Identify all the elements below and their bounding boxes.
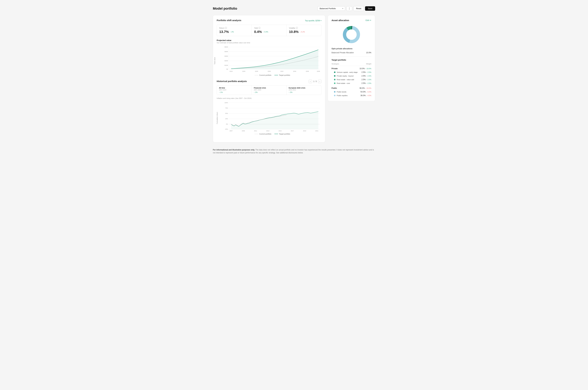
quartile-label: Top quartile, $25M [305, 20, 320, 22]
page-title: Model portfolio [213, 6, 237, 10]
save-button[interactable]: Save [365, 6, 375, 11]
inflation-current-legend: Current portfolio [255, 133, 271, 135]
vc-row: Venture capital - early stage 2.5% ↑ 2.5… [331, 70, 371, 74]
next-page-button[interactable]: › [318, 80, 321, 83]
target-portfolio-label: Target portfolio [279, 74, 290, 76]
projected-value-chart: Total value $50M $40M $30M [217, 46, 321, 76]
yield-info-icon[interactable]: i [259, 27, 261, 29]
page-header: Model portfolio Balanced Portfolio ▾ ⋮ R… [213, 6, 375, 11]
inflation-current-label: Current portfolio [259, 133, 271, 135]
target-portfolio-title: Target portfolio [331, 59, 371, 61]
asset-allocation-card: Asset allocation Edit ✏ [328, 15, 375, 101]
divider [331, 56, 371, 57]
svg-text:2034: 2034 [293, 71, 296, 72]
svg-text:2019: 2019 [303, 130, 306, 132]
current-portfolio-label: Current portfolio [259, 74, 271, 76]
svg-text:2009: 2009 [242, 130, 245, 132]
edit-label: Edit [366, 19, 369, 21]
return-metric: Return i 13.7% 2% [217, 25, 252, 36]
svg-text:2032: 2032 [280, 71, 283, 72]
quartile-badge[interactable]: Top quartile, $25M ▾ [305, 20, 321, 22]
svg-text:2021: 2021 [315, 130, 318, 132]
svg-text:2026: 2026 [242, 71, 245, 72]
projected-value-section: Projected value Our estimate of total po… [217, 39, 321, 76]
strategies-col-header: Strategies [331, 63, 339, 65]
quartile-chevron-icon: ▾ [321, 20, 321, 21]
pe-dot [334, 75, 335, 77]
inflation-target-label: Target portfolio [279, 133, 290, 135]
volatility-value: 10.8% 0.2% [289, 30, 319, 34]
equities-strategy-name: Public equities [331, 95, 348, 97]
svg-text:2013: 2013 [266, 130, 269, 132]
re-core-row: Real estate - core 2.5% ↑ 2.5% [331, 81, 371, 85]
edit-button[interactable]: Edit ✏ [366, 19, 371, 21]
inflation-section: Inflation and rising rates (Jan 2007 - O… [217, 97, 321, 135]
svg-text:$10M: $10M [224, 65, 228, 66]
projected-value-subtitle: Our estimate of total portfolio value ov… [217, 42, 321, 44]
header-controls: Balanced Portfolio ▾ ⋮ Reset Save [318, 6, 375, 11]
prev-page-button[interactable]: ‹ [309, 80, 312, 83]
projected-y-axis-label: Total value [214, 57, 215, 64]
inflation-target-legend: Target portfolio [274, 133, 290, 135]
svg-point-46 [346, 29, 357, 40]
vc-strategy-name: Venture capital - early stage [331, 71, 358, 73]
public-category-row: Public 90.0% ↓ 10.0% [331, 86, 371, 90]
asset-allocation-title: Asset allocation [331, 19, 349, 22]
volatility-info-icon[interactable]: i [296, 27, 298, 29]
vc-dot [334, 71, 335, 73]
svg-text:2036: 2036 [306, 71, 309, 72]
balanced-alloc-row: Balanced Private Allocation 10.0% [331, 51, 371, 54]
private-category-row: Private 10.0% ↑ 10.0% [331, 67, 371, 70]
portfolio-table-header: Strategies Weight [331, 63, 371, 66]
projected-value-title: Projected value [217, 39, 321, 42]
return-info-icon[interactable]: i [225, 27, 227, 29]
left-card: Portfolio shift analysis Top quartile, $… [213, 15, 325, 142]
svg-text:50%: 50% [225, 113, 228, 114]
return-value: 13.7% 2% [219, 30, 249, 34]
svg-text:$30M: $30M [224, 55, 228, 57]
chevron-down-icon: ▾ [342, 8, 343, 9]
reset-button[interactable]: Reset [353, 6, 364, 11]
return-label: Return i [219, 27, 249, 29]
re-value-row: Real estate - value add 2.5% ↑ 2.5% [331, 78, 371, 81]
bonds-row: Public bonds 54.0% ↓ 6.0% [331, 90, 371, 94]
svg-text:2030: 2030 [268, 71, 271, 72]
equities-dot [334, 95, 335, 96]
period-european-crisis: European debt crisis 2010-2012 ↑ 2% [286, 85, 321, 95]
inflation-title: Inflation and rising rates (Jan 2007 - O… [217, 97, 321, 99]
volatility-label: Volatility i [289, 27, 319, 29]
inflation-legend: Current portfolio Target portfolio [223, 133, 321, 135]
disclaimer-bold: For informational and illustrative purpo… [213, 149, 255, 151]
svg-text:$0: $0 [226, 68, 228, 70]
more-options-button[interactable]: ⋮ [346, 6, 352, 11]
opto-section-title: Opto private allocations [331, 48, 371, 50]
svg-text:75%: 75% [225, 107, 228, 109]
equities-weight: 36.0% ↓ 4.0% [361, 95, 371, 97]
page-current: 1 / 3 [313, 80, 317, 83]
equities-row: Public equities 36.0% ↓ 4.0% [331, 94, 371, 97]
re-value-dot [334, 79, 335, 80]
svg-text:$20M: $20M [224, 60, 228, 61]
re-value-weight: 2.5% ↑ 2.5% [362, 79, 371, 81]
svg-text:2011: 2011 [254, 130, 257, 132]
svg-marker-41 [231, 112, 318, 129]
svg-text:-25%: -25% [225, 128, 228, 130]
portfolio-dropdown[interactable]: Balanced Portfolio ▾ [318, 6, 345, 11]
svg-text:2017: 2017 [291, 130, 294, 132]
re-core-dot [334, 83, 335, 84]
weight-col-header: Weight [366, 63, 371, 65]
svg-text:2038: 2038 [317, 71, 320, 72]
inflation-date-range: (Jan 2007 - Oct 2024) [235, 97, 251, 99]
balanced-label: Balanced Private Allocation [331, 51, 354, 54]
yield-label: Yield i [254, 27, 284, 29]
historical-header: Historical portfolio analysis ‹ 1 / 3 › [217, 80, 321, 83]
inflation-chart-svg: 100% 75% 50% 25% 0% -25% 2007 2009 2011 … [223, 101, 321, 132]
public-category-weight: 90.0% ↓ 10.0% [360, 87, 371, 89]
pagination: ‹ 1 / 3 › [309, 80, 321, 83]
svg-text:2007: 2007 [229, 130, 233, 132]
shift-analysis-title: Portfolio shift analysis [217, 19, 241, 22]
private-category-name: Private [331, 67, 338, 70]
metrics-row: Return i 13.7% 2% Yield i 0.4% 0 [217, 25, 321, 36]
pe-row: Private equity - buyout 2.5% ↑ 2.5% [331, 74, 371, 78]
disclaimer: For informational and illustrative purpo… [213, 148, 375, 154]
